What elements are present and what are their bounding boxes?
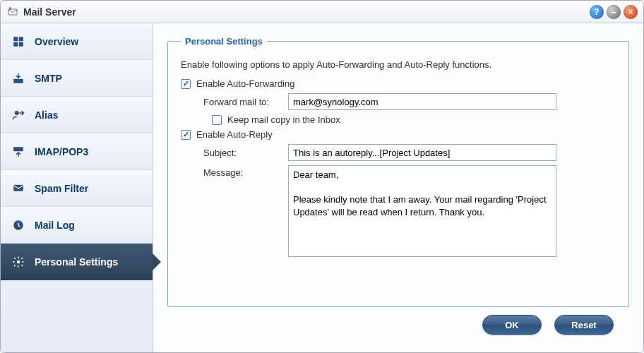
footer: OK Reset — [167, 307, 629, 342]
message-label: Message: — [196, 165, 288, 178]
personal-settings-icon — [11, 254, 26, 270]
sidebar-item-imap-pop3[interactable]: IMAP/POP3 — [1, 133, 153, 170]
ok-button[interactable]: OK — [482, 315, 542, 335]
svg-rect-6 — [13, 78, 23, 83]
spam-filter-icon — [11, 181, 26, 196]
sidebar-item-label: Mail Log — [35, 220, 75, 231]
message-textarea[interactable] — [288, 165, 556, 257]
enable-auto-forwarding-checkbox[interactable] — [181, 79, 191, 89]
close-button[interactable]: × — [624, 5, 638, 19]
sidebar-item-label: Alias — [35, 109, 58, 121]
forward-to-label: Forward mail to: — [196, 97, 288, 107]
mail-server-icon — [6, 6, 19, 18]
sidebar-item-label: Overview — [35, 36, 78, 47]
forward-to-input[interactable] — [288, 93, 556, 110]
svg-rect-0 — [8, 9, 17, 15]
svg-rect-8 — [13, 147, 23, 151]
overview-icon — [11, 34, 26, 49]
sidebar-item-label: IMAP/POP3 — [35, 146, 88, 157]
svg-point-11 — [17, 260, 20, 263]
panel-description: Enable following options to apply Auto-F… — [181, 59, 616, 70]
help-button[interactable]: ? — [590, 5, 604, 19]
svg-point-7 — [15, 111, 19, 115]
keep-copy-checkbox[interactable] — [212, 115, 222, 125]
svg-rect-9 — [13, 184, 23, 191]
window-title: Mail Server — [23, 6, 76, 18]
sidebar: Overview SMTP Alias IMAP/POP3 Spam Filte… — [1, 23, 153, 352]
enable-auto-forwarding-label[interactable]: Enable Auto-Forwarding — [196, 78, 294, 89]
imap-pop3-icon — [11, 144, 26, 160]
enable-auto-reply-checkbox[interactable] — [181, 130, 191, 140]
sidebar-item-mail-log[interactable]: Mail Log — [1, 207, 153, 244]
mail-log-icon — [11, 217, 26, 233]
smtp-icon — [11, 71, 26, 86]
sidebar-item-spam-filter[interactable]: Spam Filter — [1, 170, 153, 207]
subject-input[interactable] — [288, 144, 556, 161]
titlebar: Mail Server ? – × — [1, 1, 643, 23]
svg-rect-5 — [19, 42, 23, 46]
main-content: Personal Settings Enable following optio… — [153, 23, 643, 352]
minimize-button[interactable]: – — [607, 5, 621, 19]
sidebar-item-overview[interactable]: Overview — [1, 23, 153, 60]
keep-copy-label[interactable]: Keep mail copy in the Inbox — [227, 114, 340, 125]
sidebar-item-smtp[interactable]: SMTP — [1, 60, 153, 97]
reset-button[interactable]: Reset — [554, 315, 614, 335]
svg-rect-2 — [13, 37, 18, 41]
svg-rect-3 — [19, 37, 23, 41]
svg-rect-4 — [13, 42, 18, 46]
sidebar-item-label: SMTP — [35, 73, 62, 84]
enable-auto-reply-label[interactable]: Enable Auto-Reply — [196, 129, 273, 140]
sidebar-item-label: Spam Filter — [35, 183, 88, 194]
subject-label: Subject: — [196, 148, 288, 158]
alias-icon — [11, 107, 26, 123]
app-window: Mail Server ? – × Overview SMTP Alias IM… — [0, 0, 644, 353]
personal-settings-panel: Personal Settings Enable following optio… — [167, 36, 629, 307]
sidebar-item-label: Personal Settings — [35, 256, 118, 268]
svg-rect-1 — [9, 7, 11, 9]
sidebar-item-personal-settings[interactable]: Personal Settings — [1, 244, 153, 280]
sidebar-item-alias[interactable]: Alias — [1, 97, 153, 133]
panel-legend: Personal Settings — [181, 36, 267, 47]
